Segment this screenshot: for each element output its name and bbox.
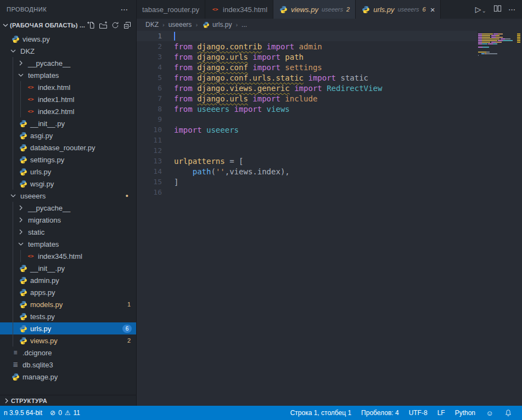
tree-file-urls.py[interactable]: urls.py <box>0 166 136 178</box>
tab-label: urls.py <box>373 5 394 14</box>
code-text: from django.views.generic import Redirec… <box>170 84 382 93</box>
tree-file-urls.py[interactable]: urls.py6 <box>0 322 136 334</box>
tree-folder-__pycache__[interactable]: __pycache__ <box>0 57 136 69</box>
python-icon <box>202 21 210 29</box>
outline-section-header[interactable]: СТРУКТУРА <box>0 395 136 406</box>
status-label: n 3.9.5 64-bit <box>4 409 42 417</box>
tab-index345.html[interactable]: <>index345.html <box>205 0 273 19</box>
code-text: from django.conf.urls.static import stat… <box>170 73 368 82</box>
tree-file-admin.py[interactable]: admin.py <box>0 274 136 286</box>
tree-item-label: index.html <box>38 83 70 92</box>
tab-urls.py[interactable]: urls.pyuseeers6× <box>356 0 441 19</box>
status-label: Python <box>455 409 475 417</box>
refresh-button[interactable] <box>110 20 121 31</box>
modified-dot-icon: ● <box>126 193 128 198</box>
breadcrumb-item-urls.py[interactable]: urls.py <box>201 20 232 29</box>
workspace-header[interactable]: (РАБОЧАЯ ОБЛАСТЬ) ... <box>0 19 136 32</box>
new-file-button[interactable] <box>86 20 97 31</box>
code-line-12[interactable]: 12 <box>137 145 477 156</box>
status-eol[interactable]: LF <box>434 406 449 420</box>
tree-file-apps.py[interactable]: apps.py <box>0 286 136 298</box>
tree-file-views.py[interactable]: views.py <box>0 33 136 45</box>
code-line-14[interactable]: 14 path('',views.index), <box>137 166 477 177</box>
explorer-more-button[interactable]: ⋯ <box>121 5 129 14</box>
code-line-7[interactable]: 7from django.urls import include <box>137 93 477 104</box>
code-line-1[interactable]: 1 <box>137 31 477 41</box>
code-line-16[interactable]: 16 <box>137 187 477 197</box>
tree-file-settings.py[interactable]: settings.py <box>0 154 136 166</box>
breadcrumb-item-...[interactable]: ... <box>242 21 247 29</box>
explorer-title: ПРОВОДНИК <box>7 6 47 13</box>
tree-file-manage.py[interactable]: manage.py <box>0 371 136 383</box>
breadcrumb-item-useeers[interactable]: useeers <box>169 21 192 29</box>
status-indentation[interactable]: Пробелов: 4 <box>357 406 403 420</box>
code-text: urlpatterns = [ <box>170 157 243 166</box>
code-line-4[interactable]: 4from django.conf import settings <box>137 62 477 72</box>
run-icon: ▷ <box>475 5 481 14</box>
tree-folder-useeers[interactable]: useeers● <box>0 190 136 202</box>
tree-folder-templates[interactable]: templates <box>0 238 136 250</box>
file-tree: views.pyDKZ__pycache__templates<>index.h… <box>0 32 136 395</box>
breadcrumb-item-DKZ[interactable]: DKZ <box>145 21 159 29</box>
code-line-13[interactable]: 13urlpatterns = [ <box>137 156 477 166</box>
code-line-10[interactable]: 10import useeers <box>137 124 477 135</box>
code-line-11[interactable]: 11 <box>137 135 477 145</box>
tree-folder-migrations[interactable]: migrations <box>0 214 136 226</box>
problems-badge: 6 <box>122 325 132 333</box>
status-python-interpreter[interactable]: n 3.9.5 64-bit <box>0 406 46 420</box>
tree-file-tests.py[interactable]: tests.py <box>0 310 136 322</box>
code-line-6[interactable]: 6from django.views.generic import Redire… <box>137 83 477 93</box>
tree-file-__init__.py[interactable]: __init__.py <box>0 117 136 129</box>
tree-folder-static[interactable]: static <box>0 226 136 238</box>
status-notifications[interactable] <box>500 406 517 420</box>
html-icon: <> <box>26 83 35 92</box>
tree-file-views.py[interactable]: views.py2 <box>0 334 136 347</box>
line-number: 5 <box>137 73 170 82</box>
code-line-8[interactable]: 8from useeers import views <box>137 104 477 114</box>
code-text: ] <box>170 178 178 186</box>
code-line-15[interactable]: 15] <box>137 177 477 187</box>
tree-file-wsgi.py[interactable]: wsgi.py <box>0 178 136 190</box>
tree-file-models.py[interactable]: models.py1 <box>0 298 136 310</box>
status-cursor-position[interactable]: Строка 1, столбец 1 <box>287 406 355 420</box>
tab-close-button[interactable]: × <box>430 5 435 14</box>
more-actions-button[interactable]: ⋯ <box>508 5 515 14</box>
status-problems[interactable]: ⊘0⚠11 <box>46 406 84 420</box>
collapse-all-button[interactable] <box>122 20 133 31</box>
status-feedback[interactable]: ☺ <box>481 406 498 420</box>
split-editor-button[interactable] <box>493 4 502 15</box>
tree-folder-DKZ[interactable]: DKZ <box>0 45 136 57</box>
tree-file-database_roouter.py[interactable]: database_roouter.py <box>0 141 136 154</box>
new-folder-button[interactable] <box>98 20 109 31</box>
code-line-9[interactable]: 9 <box>137 114 477 124</box>
run-dropdown-button[interactable]: ⌄ <box>482 8 486 14</box>
tree-folder-__pycache__[interactable]: __pycache__ <box>0 202 136 214</box>
code-line-3[interactable]: 3from django.urls import path <box>137 52 477 62</box>
tree-folder-templates[interactable]: templates <box>0 69 136 81</box>
vscode-window: ПРОВОДНИК ⋯ (РАБОЧАЯ ОБЛАСТЬ) ... views.… <box>0 0 522 420</box>
tree-item-label: index1.html <box>38 95 74 104</box>
minimap[interactable] <box>478 31 514 58</box>
tab-views.py[interactable]: views.pyuseeers2 <box>273 0 356 19</box>
refresh-icon <box>111 21 120 30</box>
run-button[interactable]: ▷⌄ <box>475 5 486 14</box>
tree-file-db.sqlite3[interactable]: ≣db.sqlite3 <box>0 359 136 371</box>
line-number: 11 <box>137 136 170 144</box>
breadcrumb-separator-icon: › <box>195 21 198 28</box>
line-number: 15 <box>137 178 170 186</box>
chevron-down-icon <box>16 240 25 248</box>
overview-ruler <box>514 31 522 406</box>
tab-tabase_roouter.py[interactable]: tabase_roouter.py <box>137 0 205 19</box>
code-line-5[interactable]: 5from django.conf.urls.static import sta… <box>137 72 477 83</box>
code-line-2[interactable]: 2from django.contrib import admin <box>137 41 477 52</box>
tree-file-asgi.py[interactable]: asgi.py <box>0 129 136 141</box>
status-encoding[interactable]: UTF-8 <box>405 406 431 420</box>
outline-title: СТРУКТУРА <box>11 398 47 404</box>
tree-file-__init__.py[interactable]: __init__.py <box>0 262 136 274</box>
python-icon <box>19 167 27 176</box>
tree-file-.dcignore[interactable]: ≡.dcignore <box>0 347 136 359</box>
python-icon <box>19 300 27 309</box>
tab-bar: tabase_roouter.py<>index345.htmlviews.py… <box>137 0 522 19</box>
status-language-mode[interactable]: Python <box>451 406 479 420</box>
code-editor[interactable]: 12from django.contrib import admin3from … <box>137 31 522 406</box>
